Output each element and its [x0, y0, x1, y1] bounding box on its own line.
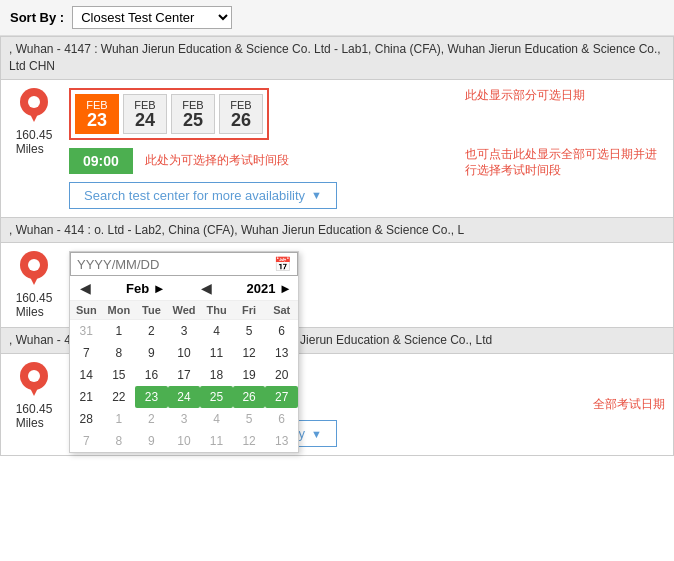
- test-center-1: , Wuhan - 4147 : Wuhan Jierun Education …: [0, 36, 674, 218]
- cal-cell[interactable]: 10: [168, 430, 201, 452]
- cal-cell[interactable]: 26: [233, 386, 266, 408]
- cal-row-3: 21222324252627: [70, 386, 298, 408]
- tc1-header: , Wuhan - 4147 : Wuhan Jierun Education …: [1, 37, 673, 80]
- cal-cell[interactable]: 3: [168, 408, 201, 430]
- tc1-date-25[interactable]: FEB 25: [171, 94, 215, 134]
- cal-row-5: 78910111213: [70, 430, 298, 452]
- svg-text:2: 2: [31, 258, 38, 272]
- cal-cell[interactable]: 5: [233, 320, 266, 343]
- cal-row-0: 31123456: [70, 320, 298, 343]
- cal-cell[interactable]: 2: [135, 320, 168, 343]
- cal-cell[interactable]: 25: [200, 386, 233, 408]
- tc2-content: FEB 23 Search ▼ 📅 ◀: [69, 251, 665, 319]
- cal-cell[interactable]: 5: [233, 408, 266, 430]
- tc3-dropdown-arrow-icon: ▼: [311, 428, 322, 440]
- cal-grid: Sun Mon Tue Wed Thu Fri Sat 311234567891…: [70, 301, 298, 452]
- tc3-full-ann: 全部考试日期: [593, 396, 665, 413]
- tc1-content: FEB 23 FEB 24 FEB 25 FEB 26 09:00: [69, 88, 449, 209]
- cal-cell[interactable]: 7: [70, 430, 103, 452]
- location-pin-3-icon: 3: [19, 362, 49, 398]
- cal-month-label: Feb ►: [126, 281, 166, 296]
- location-pin-2-icon: 2: [19, 251, 49, 287]
- cal-cell[interactable]: 12: [233, 430, 266, 452]
- cal-date-input-row[interactable]: 📅: [70, 252, 298, 276]
- cal-cell[interactable]: 9: [135, 430, 168, 452]
- sort-by-label: Sort By :: [10, 10, 64, 25]
- cal-th-wed: Wed: [168, 301, 201, 320]
- svg-marker-3: [29, 112, 39, 122]
- svg-marker-7: [29, 275, 39, 285]
- tc1-annotations: 此处显示部分可选日期 也可点击此处显示全部可选日期并进行选择考试时间段: [459, 88, 665, 209]
- tc1-time-slot[interactable]: 09:00: [69, 148, 133, 174]
- cal-cell[interactable]: 4: [200, 320, 233, 343]
- sort-select[interactable]: Closest Test Center Date Name: [72, 6, 232, 29]
- cal-next-month-arrow[interactable]: ◀: [197, 280, 216, 296]
- cal-header-row: Sun Mon Tue Wed Thu Fri Sat: [70, 301, 298, 320]
- tc2-header: , Wuhan - 414 : o. Ltd - Lab2, China (CF…: [1, 218, 673, 244]
- cal-row-4: 28123456: [70, 408, 298, 430]
- cal-row-2: 14151617181920: [70, 364, 298, 386]
- tc2-pin-col: 2 160.45 Miles: [9, 251, 59, 319]
- cal-cell[interactable]: 7: [70, 342, 103, 364]
- cal-th-fri: Fri: [233, 301, 266, 320]
- tc3-miles: 160.45 Miles: [16, 402, 53, 430]
- cal-cell[interactable]: 1: [103, 320, 136, 343]
- tc1-ann-dates: 此处显示部分可选日期: [465, 88, 665, 104]
- cal-cell[interactable]: 23: [135, 386, 168, 408]
- cal-cell[interactable]: 24: [168, 386, 201, 408]
- cal-cell[interactable]: 2: [135, 408, 168, 430]
- tc1-date-26[interactable]: FEB 26: [219, 94, 263, 134]
- cal-cell[interactable]: 15: [103, 364, 136, 386]
- tc1-dates-row: FEB 23 FEB 24 FEB 25 FEB 26: [69, 88, 269, 140]
- tc1-ann-search: 也可点击此处显示全部可选日期并进行选择考试时间段: [465, 147, 665, 178]
- cal-prev-month-arrow[interactable]: ◀: [76, 280, 95, 296]
- tc2-miles: 160.45 Miles: [16, 291, 53, 319]
- cal-cell[interactable]: 28: [70, 408, 103, 430]
- cal-cell[interactable]: 12: [233, 342, 266, 364]
- cal-cell[interactable]: 14: [70, 364, 103, 386]
- cal-cell[interactable]: 11: [200, 342, 233, 364]
- tc1-time-row: 09:00 此处为可选择的考试时间段: [69, 148, 449, 174]
- cal-cell[interactable]: 3: [168, 320, 201, 343]
- cal-tbody: 3112345678910111213141516171819202122232…: [70, 320, 298, 453]
- svg-text:3: 3: [31, 369, 38, 383]
- tc3-annotation-block: 全部考试日期: [575, 362, 665, 447]
- cal-cell[interactable]: 8: [103, 342, 136, 364]
- cal-cell[interactable]: 4: [200, 408, 233, 430]
- cal-cell[interactable]: 27: [265, 386, 298, 408]
- tc1-search-row: Search test center for more availability…: [69, 182, 449, 209]
- cal-th-sat: Sat: [265, 301, 298, 320]
- tc2-calendar-popup: 📅 ◀ Feb ► ◀ 2021 ►: [69, 251, 299, 453]
- cal-cell[interactable]: 21: [70, 386, 103, 408]
- tc1-body: 1 160.45 Miles FEB 23 FEB 24: [1, 80, 673, 217]
- cal-th-tue: Tue: [135, 301, 168, 320]
- tc1-date-23[interactable]: FEB 23: [75, 94, 119, 134]
- cal-cell[interactable]: 1: [103, 408, 136, 430]
- cal-cell[interactable]: 13: [265, 342, 298, 364]
- cal-cell[interactable]: 8: [103, 430, 136, 452]
- cal-cell[interactable]: 10: [168, 342, 201, 364]
- cal-cell[interactable]: 20: [265, 364, 298, 386]
- cal-cell[interactable]: 22: [103, 386, 136, 408]
- cal-cell[interactable]: 11: [200, 430, 233, 452]
- cal-row-1: 78910111213: [70, 342, 298, 364]
- cal-cell[interactable]: 16: [135, 364, 168, 386]
- cal-cell[interactable]: 13: [265, 430, 298, 452]
- cal-cell[interactable]: 31: [70, 320, 103, 343]
- dropdown-arrow-icon: ▼: [311, 189, 322, 201]
- cal-year-label: 2021 ►: [247, 281, 292, 296]
- cal-cell[interactable]: 6: [265, 320, 298, 343]
- tc1-search-btn[interactable]: Search test center for more availability…: [69, 182, 337, 209]
- tc1-pin-col: 1 160.45 Miles: [9, 88, 59, 209]
- tc1-miles: 160.45 Miles: [16, 128, 53, 156]
- cal-cell[interactable]: 9: [135, 342, 168, 364]
- cal-cell[interactable]: 6: [265, 408, 298, 430]
- sort-bar: Sort By : Closest Test Center Date Name: [0, 0, 674, 36]
- cal-cell[interactable]: 18: [200, 364, 233, 386]
- tc1-date-24[interactable]: FEB 24: [123, 94, 167, 134]
- cal-cell[interactable]: 17: [168, 364, 201, 386]
- cal-cell[interactable]: 19: [233, 364, 266, 386]
- location-pin-icon: 1: [19, 88, 49, 124]
- tc1-time-annotation: 此处为可选择的考试时间段: [145, 152, 289, 169]
- cal-date-field[interactable]: [77, 257, 274, 272]
